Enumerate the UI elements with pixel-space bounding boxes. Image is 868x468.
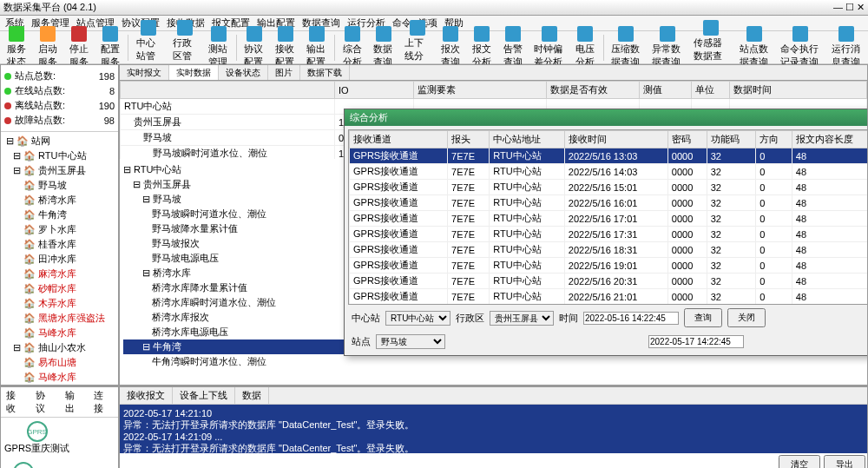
tree-node[interactable]: ⊟ 🏠 贵州玉屏县 xyxy=(3,163,116,178)
logtab-设备上下线[interactable]: 设备上下线 xyxy=(173,387,235,404)
tab-实时报文[interactable]: 实时报文 xyxy=(120,65,169,80)
btab-接收[interactable]: 接收 xyxy=(1,387,30,417)
tab-设备状态[interactable]: 设备状态 xyxy=(219,65,268,80)
tab-图片[interactable]: 图片 xyxy=(268,65,300,80)
tree-node[interactable]: 🏠 牛角湾 xyxy=(3,208,116,222)
close-button[interactable]: 关闭 xyxy=(727,308,766,327)
tree-node[interactable]: 🏠 木弄水库 xyxy=(3,296,116,311)
export-button[interactable]: 导出 xyxy=(824,455,865,468)
window-controls[interactable]: — ☐ ✕ xyxy=(833,2,865,13)
tree-node[interactable]: 🏠 易布山塘 xyxy=(3,355,116,370)
table-row[interactable]: GPRS接收通道7E7ERTU中心站2022/5/16 17:010000320… xyxy=(350,211,869,227)
table-row[interactable]: GPRS接收通道7E7ERTU中心站2022/5/16 16:010000320… xyxy=(350,195,869,211)
tree-node[interactable]: ⊟ 🏠 抽山小农水 xyxy=(3,340,116,355)
station-select[interactable]: 野马坡 xyxy=(376,334,445,349)
dot-icon xyxy=(4,73,11,80)
table-row[interactable]: GPRS接收通道7E7ERTU中心站2022/5/16 20:310000320… xyxy=(350,274,869,289)
table-row[interactable]: GPRS接收通道7E7ERTU中心站2022/5/16 14:030000320… xyxy=(350,164,869,180)
tree-node[interactable]: 牛角湾瞬时河道水位、潮位 xyxy=(123,354,864,367)
center-select[interactable]: RTU中心站 xyxy=(385,311,450,326)
tree-node[interactable]: 🏠 田冲水库 xyxy=(3,252,116,267)
table-row[interactable]: GPRS接收通道7E7ERTU中心站2022/5/16 21:010000320… xyxy=(350,289,869,305)
channel-icon[interactable]: GPRS水质通道 xyxy=(4,462,43,468)
analysis-popup: 综合分析 ✕ 接收通道报头中心站地址接收时间密码功能码方向报文内容长度开始符GP… xyxy=(344,109,868,356)
table-row[interactable]: GPRS接收通道7E7ERTU中心站2022/5/16 18:310000320… xyxy=(350,242,869,258)
logtab-数据[interactable]: 数据 xyxy=(235,387,269,404)
tree-node[interactable]: 🏠 黑塘水库强盗法 xyxy=(3,311,116,326)
tree-node[interactable]: 🏠 马峰水库 xyxy=(3,370,116,385)
tree-node[interactable]: 🏠 罗卜水库 xyxy=(3,222,116,237)
btab-输出[interactable]: 输出 xyxy=(60,387,89,417)
table-row[interactable]: GPRS接收通道7E7ERTU中心站2022/5/16 15:010000320… xyxy=(350,180,869,195)
table-row[interactable]: GPRS接收通道7E7ERTU中心站2022/5/16 17:310000320… xyxy=(350,227,869,242)
query-button[interactable]: 查询 xyxy=(684,308,722,327)
tree-node[interactable]: ⊟ 🏠 RTU中心站 xyxy=(3,148,116,163)
table-row[interactable]: GPRS接收通道7E7ERTU中心站2022/5/16 13:030000320… xyxy=(350,148,869,164)
time-from-input[interactable] xyxy=(583,312,679,325)
tab-数据下载[interactable]: 数据下载 xyxy=(300,65,350,80)
dot-icon xyxy=(4,88,11,95)
tree-node[interactable]: 🏠 麻湾水库 xyxy=(3,267,116,281)
tree-node[interactable]: 🏠 马峰水库 xyxy=(3,326,116,340)
channel-icon[interactable]: GPRSGPRS重庆测试 xyxy=(4,421,69,455)
tree-node[interactable]: 🏠 桂香水库 xyxy=(3,237,116,252)
popup-title: 综合分析 xyxy=(350,111,388,124)
tree-node[interactable]: 🏠 桥湾水库 xyxy=(3,193,116,208)
btab-协议[interactable]: 协议 xyxy=(30,387,60,417)
tree-node[interactable]: 🏠 砂帽水库 xyxy=(3,281,116,296)
region-select[interactable]: 贵州玉屏县 xyxy=(490,311,554,326)
dot-icon xyxy=(4,117,11,124)
clear-button[interactable]: 清空 xyxy=(779,455,820,468)
table-row[interactable]: GPRS接收通道7E7ERTU中心站2022/5/16 19:010000320… xyxy=(350,258,869,274)
btab-连接[interactable]: 连接 xyxy=(89,387,118,417)
window-title: 数据采集平台 (04 2.1) xyxy=(3,1,96,14)
time-to-input[interactable] xyxy=(648,335,744,348)
tree-node[interactable]: 🏠 野马坡 xyxy=(3,178,116,193)
logtab-接收报文[interactable]: 接收报文 xyxy=(120,387,173,404)
dot-icon xyxy=(4,102,11,109)
tree-node[interactable]: ⊟ 🏠 站网 xyxy=(3,134,116,148)
tab-实时数据[interactable]: 实时数据 xyxy=(169,65,219,80)
